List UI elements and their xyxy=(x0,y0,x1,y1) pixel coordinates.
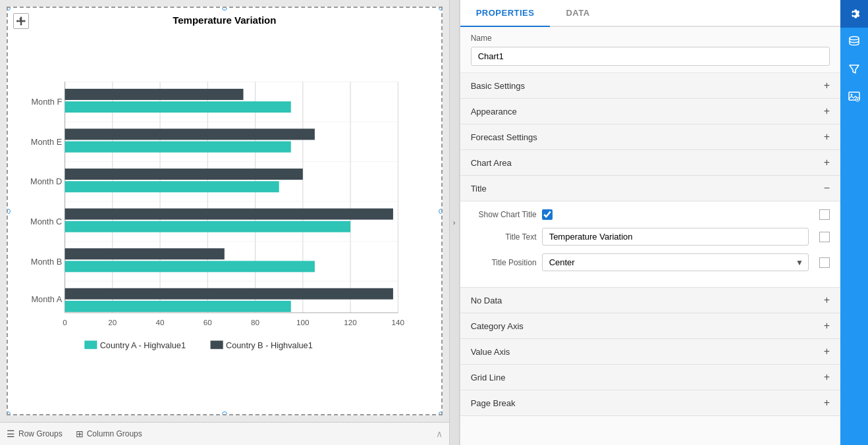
svg-text:Month B: Month B xyxy=(31,257,62,267)
right-panel: PROPERTIES DATA Name Basic Settings + Ap… xyxy=(460,0,868,445)
handle-top-right[interactable] xyxy=(439,7,443,11)
title-text-label: Title Text xyxy=(471,232,537,242)
name-input[interactable] xyxy=(471,47,830,66)
filter-icon xyxy=(848,63,861,76)
section-forecast-settings-label: Forecast Settings xyxy=(471,132,537,142)
chart-border[interactable]: Temperature Variation xyxy=(7,7,443,415)
chart-svg: Month F Month E Month D Month C Month B … xyxy=(14,32,435,404)
section-value-axis[interactable]: Value Axis + xyxy=(460,339,840,365)
settings-icon xyxy=(848,7,861,20)
row-groups-icon: ☰ xyxy=(7,429,15,439)
title-position-select[interactable]: Center Left Right xyxy=(542,253,809,271)
svg-text:Month C: Month C xyxy=(30,217,62,226)
svg-point-53 xyxy=(851,94,853,96)
filter-tool[interactable] xyxy=(840,55,868,83)
handle-mid-left[interactable] xyxy=(7,209,11,214)
section-page-break-label: Page Break xyxy=(471,398,516,408)
section-appearance[interactable]: Appearance + xyxy=(460,99,840,124)
svg-rect-46 xyxy=(65,301,291,312)
title-text-checkbox xyxy=(819,232,830,242)
panel-tabs: PROPERTIES DATA xyxy=(460,0,840,27)
section-value-axis-label: Value Axis xyxy=(471,347,510,357)
svg-rect-40 xyxy=(65,181,279,192)
title-position-select-wrap: Center Left Right ▼ xyxy=(542,253,809,271)
section-forecast-settings-plus: + xyxy=(824,131,830,143)
handle-bottom-center[interactable] xyxy=(222,411,227,415)
svg-rect-36 xyxy=(65,101,291,113)
section-appearance-label: Appearance xyxy=(471,107,517,117)
section-title-label: Title xyxy=(471,184,487,194)
title-text-input[interactable] xyxy=(542,228,809,246)
chart-title: Temperature Variation xyxy=(14,14,435,26)
row-groups-label: Row Groups xyxy=(18,429,63,438)
section-grid-line-label: Grid Line xyxy=(471,373,506,382)
svg-rect-44 xyxy=(65,261,315,272)
svg-text:Country A - Highvalue1: Country A - Highvalue1 xyxy=(100,340,186,350)
section-chart-area[interactable]: Chart Area + xyxy=(460,150,840,176)
collapse-icon[interactable]: ∧ xyxy=(436,429,443,439)
canvas-area: Temperature Variation xyxy=(0,0,449,445)
svg-rect-45 xyxy=(65,288,393,300)
svg-marker-1 xyxy=(20,16,22,18)
section-basic-settings-label: Basic Settings xyxy=(471,81,525,91)
svg-text:0: 0 xyxy=(63,318,67,327)
svg-text:Month A: Month A xyxy=(31,294,62,304)
svg-text:Month D: Month D xyxy=(30,176,62,186)
section-title-minus: − xyxy=(824,182,830,194)
title-position-label: Title Position xyxy=(471,258,537,267)
chart-inner: Temperature Variation xyxy=(8,8,441,414)
column-groups-label: Column Groups xyxy=(87,429,142,438)
row-groups[interactable]: ☰ Row Groups xyxy=(7,429,63,439)
svg-text:140: 140 xyxy=(392,318,405,327)
handle-mid-right[interactable] xyxy=(439,209,443,214)
panel-collapse-btn[interactable]: › xyxy=(449,0,460,445)
show-chart-title-checkbox[interactable] xyxy=(542,209,553,220)
svg-rect-49 xyxy=(211,340,223,349)
tab-data[interactable]: DATA xyxy=(550,0,605,26)
svg-rect-43 xyxy=(65,248,225,259)
svg-text:60: 60 xyxy=(203,318,212,327)
section-title[interactable]: Title − xyxy=(460,176,840,201)
title-text-row: Title Text xyxy=(471,228,830,246)
image-settings-tool[interactable] xyxy=(840,83,868,111)
section-basic-settings[interactable]: Basic Settings + xyxy=(460,73,840,99)
column-groups[interactable]: ⊞ Column Groups xyxy=(76,429,142,439)
database-tool[interactable] xyxy=(840,28,868,55)
section-basic-settings-plus: + xyxy=(824,80,830,92)
section-forecast-settings[interactable]: Forecast Settings + xyxy=(460,124,840,150)
svg-point-51 xyxy=(850,37,859,40)
section-category-axis-plus: + xyxy=(824,320,830,332)
title-expanded-section: Show Chart Title Title Text Title Positi… xyxy=(460,201,840,288)
section-page-break[interactable]: Page Break + xyxy=(460,390,840,416)
svg-text:100: 100 xyxy=(296,318,310,327)
section-chart-area-plus: + xyxy=(824,157,830,169)
move-icon[interactable] xyxy=(13,13,29,29)
section-chart-area-label: Chart Area xyxy=(471,158,512,168)
tab-properties[interactable]: PROPERTIES xyxy=(460,0,551,27)
settings-tool[interactable] xyxy=(840,0,868,28)
section-no-data[interactable]: No Data + xyxy=(460,288,840,313)
handle-bottom-right[interactable] xyxy=(439,411,443,415)
section-grid-line[interactable]: Grid Line + xyxy=(460,365,840,390)
section-no-data-label: No Data xyxy=(471,296,502,305)
svg-rect-41 xyxy=(65,209,393,220)
chart-container: Temperature Variation xyxy=(0,0,449,422)
svg-rect-38 xyxy=(65,142,291,153)
section-category-axis[interactable]: Category Axis + xyxy=(460,313,840,339)
svg-marker-4 xyxy=(24,20,26,22)
svg-rect-47 xyxy=(84,340,97,349)
handle-bottom-left[interactable] xyxy=(7,411,11,415)
svg-text:120: 120 xyxy=(344,318,357,327)
section-value-axis-plus: + xyxy=(824,346,830,357)
svg-text:Country B - Highvalue1: Country B - Highvalue1 xyxy=(226,340,313,350)
svg-text:80: 80 xyxy=(251,318,259,327)
section-appearance-plus: + xyxy=(824,105,830,117)
svg-rect-35 xyxy=(65,89,244,100)
section-page-break-plus: + xyxy=(824,397,830,409)
name-label: Name xyxy=(471,34,830,43)
svg-rect-42 xyxy=(65,221,351,232)
section-category-axis-label: Category Axis xyxy=(471,321,524,331)
title-position-row: Title Position Center Left Right ▼ xyxy=(471,253,830,271)
column-groups-icon: ⊞ xyxy=(76,429,84,439)
svg-text:Month F: Month F xyxy=(31,97,62,107)
